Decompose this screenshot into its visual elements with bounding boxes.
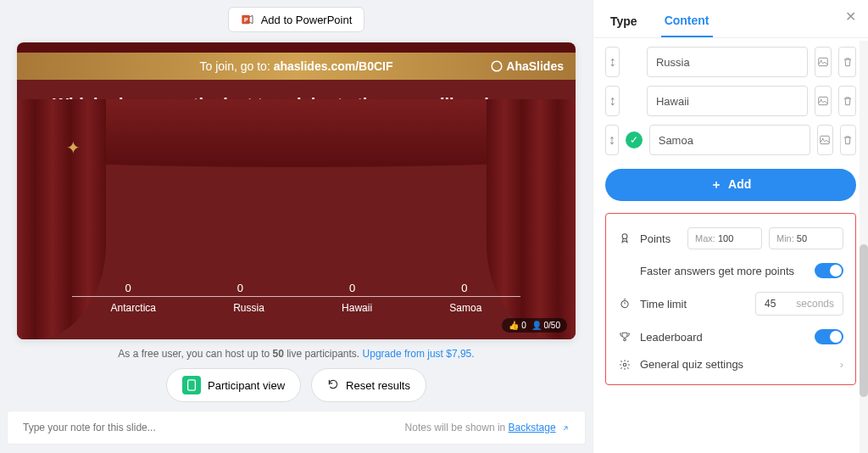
image-icon[interactable] <box>817 125 833 155</box>
slide-preview: To join, go to: ahaslides.com/B0CIF AhaS… <box>17 42 576 339</box>
free-user-notice: As a free user, you can host up to 50 li… <box>17 339 576 368</box>
answer-option-row: ↕ ✓ <box>605 125 856 155</box>
add-to-powerpoint-label: Add to PowerPoint <box>261 14 353 26</box>
trash-icon[interactable] <box>838 47 856 77</box>
ahaslides-logo: AhaSlides <box>491 59 564 73</box>
drag-handle-icon[interactable]: ↕ <box>605 86 620 116</box>
scrollbar[interactable] <box>860 41 868 453</box>
reset-results-button[interactable]: Reset results <box>311 368 426 402</box>
medal-icon <box>618 232 632 244</box>
answer-option-row: ↕ <box>605 47 856 77</box>
upgrade-link[interactable]: Upgrade from just $7,95. <box>363 348 475 360</box>
join-instruction: To join, go to: ahaslides.com/B0CIF AhaS… <box>17 53 576 80</box>
phone-icon <box>182 376 201 394</box>
notes-hint: Notes will be shown in Backstage <box>405 422 570 433</box>
svg-rect-4 <box>819 58 828 65</box>
faster-answers-toggle[interactable] <box>815 263 843 278</box>
trash-icon[interactable] <box>838 86 856 116</box>
time-limit-label: Time limit <box>640 298 747 310</box>
option-text-input[interactable] <box>649 125 810 155</box>
chart-value: 0 <box>125 282 131 294</box>
option-text-input[interactable] <box>647 47 808 77</box>
points-label: Points <box>640 232 679 245</box>
backstage-link[interactable]: Backstage <box>509 422 556 433</box>
trophy-icon <box>618 331 632 343</box>
svg-text:P: P <box>244 17 248 23</box>
leaderboard-toggle[interactable] <box>815 329 843 344</box>
image-icon[interactable] <box>815 86 832 116</box>
trash-icon[interactable] <box>840 125 856 155</box>
stopwatch-icon <box>618 298 632 310</box>
chart-label: Hawaii <box>342 302 372 314</box>
points-max-input[interactable]: Max: 100 <box>687 227 762 249</box>
chart-value: 0 <box>237 282 243 294</box>
chart-label: Samoa <box>449 302 481 314</box>
tab-type[interactable]: Type <box>607 8 641 36</box>
audience-counter: 👍 0 👤 0/50 <box>502 318 567 333</box>
chart-label: Russia <box>233 302 264 314</box>
gear-icon <box>618 359 632 371</box>
option-text-input[interactable] <box>647 86 808 116</box>
svg-rect-6 <box>819 97 828 104</box>
chart-label: Antarctica <box>111 302 156 314</box>
leaderboard-label: Leaderboard <box>640 331 806 344</box>
chart-value: 0 <box>349 282 355 294</box>
points-min-input[interactable]: Min: 50 <box>769 227 843 249</box>
correct-answer-icon[interactable]: ✓ <box>626 131 643 148</box>
tab-content[interactable]: Content <box>661 7 713 37</box>
chart-value: 0 <box>461 282 467 294</box>
refresh-icon <box>327 378 339 393</box>
powerpoint-icon: P <box>241 13 254 26</box>
drag-handle-icon[interactable]: ↕ <box>605 47 620 77</box>
svg-rect-3 <box>188 380 196 390</box>
image-icon[interactable] <box>815 47 832 77</box>
answer-option-row: ↕ <box>605 86 856 116</box>
svg-rect-8 <box>821 136 830 143</box>
svg-point-2 <box>492 61 502 71</box>
participant-view-button[interactable]: Participant view <box>166 368 301 402</box>
quiz-settings-section: Points Max: 100 Min: 50 Faster answers g… <box>605 213 856 385</box>
slide-notes-input[interactable] <box>23 422 405 433</box>
sparkle-icon: ✦ <box>66 137 81 158</box>
add-to-powerpoint-button[interactable]: P Add to PowerPoint <box>228 7 365 32</box>
add-option-button[interactable]: ＋ Add <box>605 169 856 201</box>
results-chart: 0 0 0 0 Antarctica Russia Hawaii Samoa <box>72 282 520 314</box>
drag-handle-icon[interactable]: ↕ <box>605 125 619 155</box>
time-limit-input[interactable]: 45seconds <box>755 292 843 316</box>
faster-answers-label: Faster answers get more points <box>640 265 806 277</box>
plus-icon: ＋ <box>710 177 722 191</box>
chevron-right-icon[interactable]: › <box>840 358 843 371</box>
svg-point-10 <box>622 234 627 239</box>
general-settings-label: General quiz settings <box>640 358 832 371</box>
editor-panel: Type Content ✕ ↕ ↕ ↕ ✓ <box>593 0 868 453</box>
question-text: Which place was the last to celebrate th… <box>17 80 576 143</box>
close-icon[interactable]: ✕ <box>845 8 856 25</box>
svg-point-12 <box>623 363 626 366</box>
